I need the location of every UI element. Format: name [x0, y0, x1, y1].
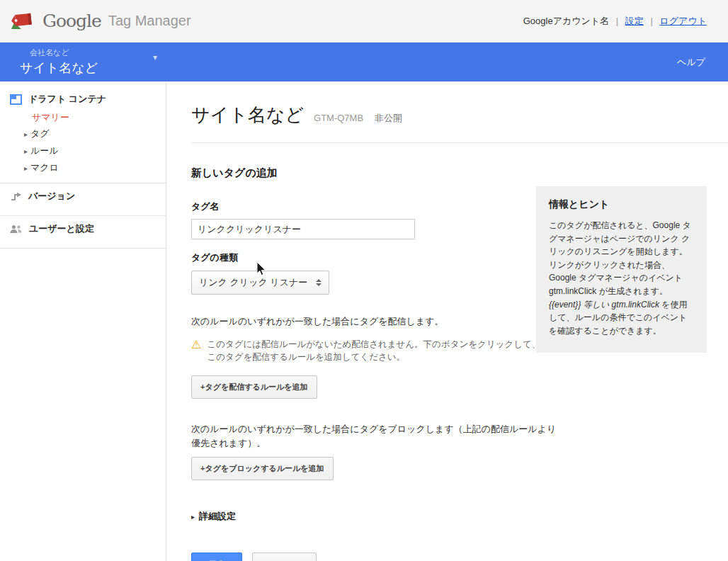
sidebar-item-users-settings[interactable]: ユーザーと設定 [0, 216, 166, 242]
sidebar-item-rules[interactable]: ▸ルール [0, 142, 166, 159]
gtm-logo-icon [10, 11, 34, 32]
tag-type-selected-value: リンク クリック リスナー [199, 276, 307, 289]
settings-link[interactable]: 設定 [625, 16, 644, 26]
sidebar: ドラフト コンテナ サマリー ▸タグ ▸ルール ▸マクロ バージョン [0, 81, 166, 561]
add-blocking-rule-button[interactable]: +タグをブロックするルールを追加 [191, 457, 334, 480]
warning-text: このタグには配信ルールがないため配信されません。下のボタンをクリックして、このタ… [207, 338, 545, 365]
page-title: サイト名など [191, 103, 304, 128]
firing-rules-text: 次のルールのいずれかが一致した場合にタグを配信します。 [191, 314, 563, 329]
account-name: Googleアカウント名 [523, 16, 609, 26]
chevron-down-icon[interactable]: ▾ [153, 52, 157, 62]
triangle-right-icon: ▸ [24, 130, 28, 138]
help-link[interactable]: ヘルプ [677, 56, 705, 69]
info-body-italic-text: {{event}} 等しい gtm.linkClick [549, 300, 659, 310]
divider [0, 248, 166, 249]
triangle-right-icon: ▸ [24, 147, 28, 155]
info-body-text: このタグが配信されると、Google タグマネージャはページでのリンク クリック… [549, 220, 691, 296]
sidebar-item-draft-container[interactable]: ドラフト コンテナ [0, 89, 166, 109]
blocking-rules-text: 次のルールのいずれかが一致した場合にタグをブロックします（上記の配信ルールより優… [191, 422, 563, 450]
separator: | [616, 16, 618, 26]
top-header: Google Tag Manager Googleアカウント名 | 設定 | ロ… [0, 0, 728, 42]
main-panel: サイト名など GTM-Q7MB 非公開 新しいタグの追加 タグ名 タグの種類 リ… [166, 81, 728, 561]
page-head: サイト名など GTM-Q7MB 非公開 [191, 103, 728, 128]
container-id: GTM-Q7MB [314, 113, 363, 123]
container-selector[interactable]: 会社名など サイト名など ▾ [20, 47, 157, 76]
divider [191, 142, 728, 143]
sidebar-item-tags[interactable]: ▸タグ [0, 125, 166, 142]
sidebar-item-label: タグ [30, 128, 50, 139]
info-panel-title: 情報とヒント [549, 198, 694, 211]
tag-type-dropdown[interactable]: リンク クリック リスナー [191, 271, 329, 295]
cancel-button[interactable]: キャンセル [252, 552, 317, 561]
advanced-settings-toggle[interactable]: ▸ 詳細設定 [191, 510, 728, 523]
content-area: ドラフト コンテナ サマリー ▸タグ ▸ルール ▸マクロ バージョン [0, 81, 728, 561]
sidebar-item-versions[interactable]: バージョン [0, 183, 166, 209]
info-panel-body: このタグが配信されると、Google タグマネージャはページでのリンク クリック… [549, 219, 694, 337]
account-area: Googleアカウント名 | 設定 | ログアウト [523, 15, 707, 28]
sidebar-item-label: ドラフト コンテナ [28, 93, 106, 106]
separator: | [650, 16, 652, 26]
sidebar-item-label: ルール [30, 145, 59, 156]
company-name-label: 会社名など [30, 47, 98, 58]
tag-name-input[interactable] [191, 219, 415, 239]
versions-icon [10, 191, 22, 201]
advanced-settings-label: 詳細設定 [199, 510, 236, 523]
sidebar-item-macros[interactable]: ▸マクロ [0, 159, 166, 176]
container-bar: 会社名など サイト名など ▾ ヘルプ [0, 42, 728, 81]
form-actions: 保存 キャンセル [191, 552, 728, 561]
product-name: Tag Manager [108, 13, 191, 29]
save-button[interactable]: 保存 [191, 552, 242, 561]
google-logo-text: Google [42, 11, 101, 31]
sidebar-item-label: サマリー [32, 112, 69, 123]
triangle-right-icon: ▸ [24, 164, 28, 172]
section-heading-new-tag: 新しいタグの追加 [191, 166, 728, 180]
sidebar-item-summary[interactable]: サマリー [0, 109, 166, 125]
publish-status-badge: 非公開 [375, 112, 402, 125]
gtm-logo: Google Tag Manager [10, 11, 191, 32]
logout-link[interactable]: ログアウト [659, 16, 707, 26]
info-panel: 情報とヒント このタグが配信されると、Google タグマネージャはページでのリ… [536, 186, 707, 353]
site-name-label: サイト名など [20, 60, 98, 76]
sidebar-item-label: バージョン [28, 190, 75, 203]
add-firing-rule-button[interactable]: +タグを配信するルールを追加 [191, 375, 317, 399]
container-icon [10, 94, 22, 105]
no-firing-rule-warning: ⚠ このタグには配信ルールがないため配信されません。下のボタンをクリックして、こ… [191, 338, 545, 365]
warning-icon: ⚠ [191, 338, 201, 365]
spinner-icon [316, 279, 322, 286]
triangle-right-icon: ▸ [191, 513, 195, 521]
sidebar-item-label: マクロ [30, 162, 59, 173]
sidebar-item-label: ユーザーと設定 [29, 222, 94, 235]
users-icon [10, 225, 23, 234]
